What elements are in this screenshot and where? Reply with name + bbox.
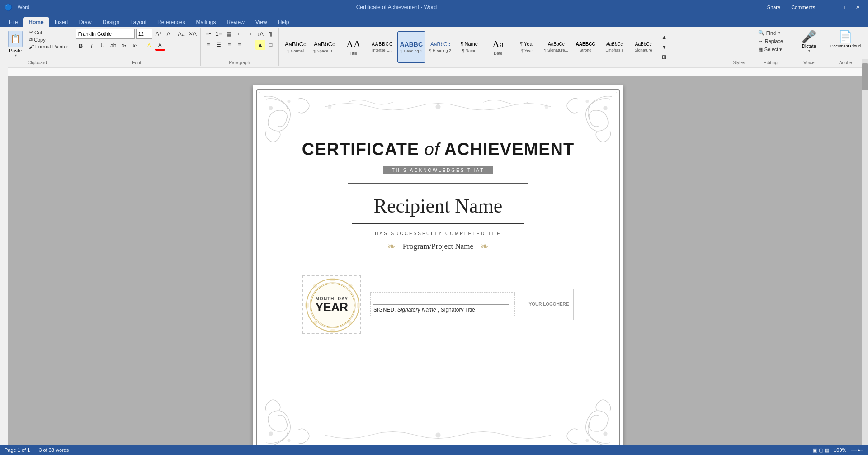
increase-indent-button[interactable]: → — [245, 29, 255, 39]
top-scrollwork — [307, 95, 569, 118]
tab-layout[interactable]: Layout — [125, 17, 152, 27]
bullets-button[interactable]: ≡• — [203, 29, 213, 39]
show-marks-button[interactable]: ¶ — [266, 29, 276, 39]
multilevel-button[interactable]: ▤ — [224, 29, 234, 39]
styles-group-label: Styles — [733, 59, 745, 65]
grow-font-button[interactable]: A⁺ — [154, 29, 164, 39]
sort-button[interactable]: ↕A — [255, 29, 265, 39]
clear-formatting-button[interactable]: ✕A — [188, 29, 198, 39]
seal-year: YEAR — [316, 301, 348, 313]
text-highlight-button[interactable]: A — [144, 41, 154, 51]
align-right-button[interactable]: ≡ — [224, 40, 234, 50]
copy-button[interactable]: ⧉ Copy — [27, 36, 70, 43]
styles-scroll-down[interactable]: ▼ — [659, 42, 669, 52]
comments-button[interactable]: Comments — [788, 4, 819, 11]
copy-icon: ⧉ — [29, 37, 33, 43]
cut-button[interactable]: ✂ Cut — [27, 29, 70, 36]
underline-button[interactable]: U — [98, 41, 108, 51]
decrease-indent-button[interactable]: ← — [235, 29, 245, 39]
certificate-title: CERTIFICATE of ACHIEVEMENT — [302, 140, 574, 159]
subscript-button[interactable]: x₂ — [119, 41, 129, 51]
logo-line2: HERE — [557, 301, 569, 308]
svg-point-23 — [436, 433, 440, 437]
close-button[interactable]: ✕ — [852, 4, 863, 11]
svg-rect-17 — [357, 303, 360, 308]
tab-review[interactable]: Review — [222, 17, 250, 27]
title-bar-title: Certificate of Achievement - Word — [29, 4, 764, 10]
certificate-content: CERTIFICATE of ACHIEVEMENT THIS ACKNOWLE… — [271, 140, 605, 334]
scroll-thumb[interactable] — [862, 63, 868, 90]
style-heading1[interactable]: AABBC ¶ Heading 1 — [397, 31, 425, 63]
borders-button[interactable]: □ — [266, 40, 276, 50]
bold-button[interactable]: B — [76, 41, 86, 51]
line-spacing-button[interactable]: ↕ — [245, 40, 255, 50]
tab-mailings[interactable]: Mailings — [190, 17, 221, 27]
style-year-preview: ¶ Year — [520, 41, 534, 47]
shading-button[interactable]: ▲ — [255, 40, 265, 50]
replace-button[interactable]: ↔ Replace — [755, 38, 786, 45]
font-name-input[interactable] — [76, 29, 135, 39]
signatory-name: Signatory Name — [397, 307, 436, 313]
maximize-button[interactable]: □ — [838, 4, 849, 11]
page-info: Page 1 of 1 — [5, 447, 30, 453]
numbering-button[interactable]: 1≡ — [214, 29, 224, 39]
superscript-button[interactable]: x² — [130, 41, 140, 51]
styles-more[interactable]: ⊞ — [659, 52, 669, 62]
style-date[interactable]: Aa Date — [484, 31, 512, 63]
minimize-button[interactable]: — — [822, 4, 835, 11]
tab-help[interactable]: Help — [273, 17, 295, 27]
seal-date: MONTH, DAY YEAR — [316, 296, 348, 313]
tab-insert[interactable]: Insert — [49, 17, 74, 27]
svg-point-3 — [604, 106, 607, 110]
align-left-button[interactable]: ≡ — [203, 40, 213, 50]
tab-file[interactable]: File — [4, 17, 23, 27]
find-button[interactable]: 🔍 Find ▾ — [755, 29, 783, 37]
format-painter-button[interactable]: 🖌 Format Painter — [27, 43, 70, 50]
style-title[interactable]: AA Title — [340, 31, 368, 63]
change-case-button[interactable]: Aa — [176, 29, 186, 39]
shrink-font-button[interactable]: A⁻ — [165, 29, 175, 39]
justify-button[interactable]: ≡ — [235, 40, 245, 50]
strikethrough-button[interactable]: ab — [108, 41, 118, 51]
paste-button[interactable]: 📋 Paste ▾ — [5, 29, 26, 59]
tab-view[interactable]: View — [250, 17, 273, 27]
style-strong[interactable]: AABBCC Strong — [571, 31, 599, 63]
adobe-icon: 📄 — [838, 30, 853, 44]
signature-box-container: SIGNED, Signatory Name , Signatory Title — [370, 292, 515, 316]
italic-button[interactable]: I — [87, 41, 97, 51]
style-normal-name: ¶ Normal — [288, 49, 304, 53]
share-button[interactable]: Share — [764, 4, 784, 11]
style-space-before[interactable]: AaBbCc ¶ Space B... — [311, 31, 339, 63]
zoom-slider[interactable]: ━━●━ — [851, 447, 863, 453]
tab-references[interactable]: References — [152, 17, 190, 27]
style-emphasis[interactable]: AaBbCc Emphasis — [600, 31, 628, 63]
search-icon: 🔍 — [758, 30, 764, 36]
style-name[interactable]: ¶ Name ¶ Name — [455, 31, 483, 63]
style-normal[interactable]: AaBbCc ¶ Normal — [282, 31, 310, 63]
styles-gallery: AaBbCc ¶ Normal AaBbCc ¶ Space B... AA T… — [282, 31, 733, 63]
font-color-button[interactable]: A — [155, 41, 165, 51]
svg-point-11 — [545, 105, 548, 109]
replace-icon: ↔ — [758, 38, 763, 44]
style-signature[interactable]: AaBbCc Signature — [629, 31, 657, 63]
signature-text: SIGNED, Signatory Name , Signatory Title — [373, 307, 512, 313]
signatory-title: , Signatory Title — [438, 307, 475, 313]
select-button[interactable]: ▦ Select ▾ — [755, 46, 785, 53]
document-cloud-button[interactable]: 📄 Document Cloud — [828, 29, 863, 49]
style-year[interactable]: ¶ Year ¶ Year — [513, 31, 541, 63]
style-heading1-preview: AABBC — [400, 41, 423, 48]
scrollbar[interactable] — [862, 59, 868, 445]
tab-design[interactable]: Design — [97, 17, 125, 27]
style-heading2[interactable]: AaBbCc ¶ Heading 2 — [426, 31, 454, 63]
tab-home[interactable]: Home — [23, 17, 49, 27]
font-size-input[interactable] — [136, 29, 152, 39]
style-intense-emphasis[interactable]: AABBCC Intense E... — [368, 31, 396, 63]
adobe-group: 📄 Document Cloud Adobe — [825, 28, 866, 66]
align-center-button[interactable]: ☰ — [214, 40, 224, 50]
style-signature-line[interactable]: AaBbCc ¶ Signature... — [542, 31, 571, 63]
style-strong-preview: AABBCC — [576, 42, 595, 47]
clipboard-group-label: Clipboard — [28, 59, 47, 65]
dictate-button[interactable]: 🎤 Dictate ▾ — [799, 29, 819, 54]
styles-scroll-up[interactable]: ▲ — [659, 32, 669, 42]
tab-draw[interactable]: Draw — [74, 17, 97, 27]
